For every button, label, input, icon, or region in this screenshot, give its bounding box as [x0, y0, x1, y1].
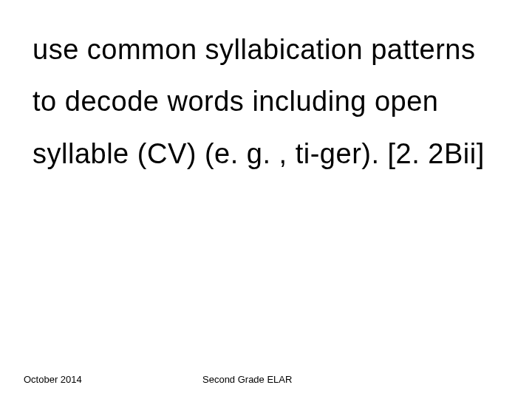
footer-label: Second Grade ELAR: [202, 374, 292, 385]
footer-date: October 2014: [24, 374, 82, 385]
body-text: use common syllabication patterns to dec…: [33, 24, 502, 180]
slide: use common syllabication patterns to dec…: [0, 0, 532, 399]
